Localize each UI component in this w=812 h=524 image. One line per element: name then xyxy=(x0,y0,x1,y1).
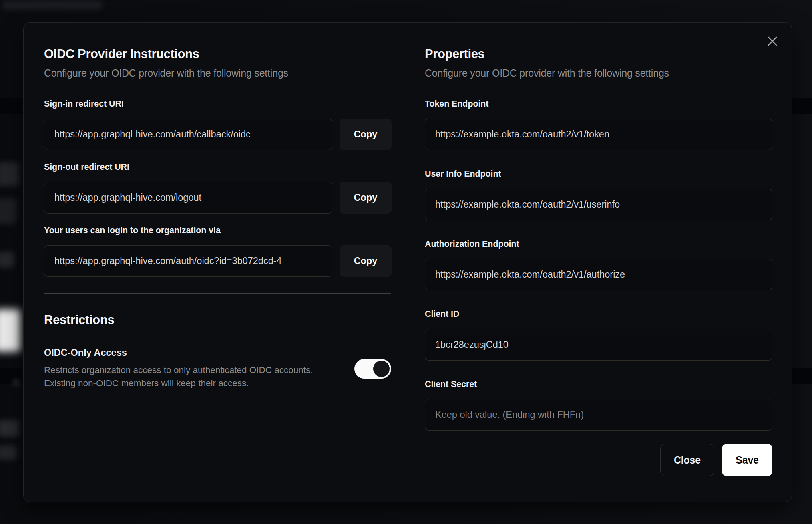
properties-title: Properties xyxy=(425,47,772,61)
save-button[interactable]: Save xyxy=(722,444,772,476)
sign-in-redirect-uri-label: Sign-in redirect URI xyxy=(44,99,391,109)
authorization-endpoint-input[interactable] xyxy=(425,259,772,290)
client-id-field: Client ID xyxy=(425,309,772,361)
oidc-only-access-description: Restricts organization access to only au… xyxy=(44,363,313,390)
token-endpoint-label: Token Endpoint xyxy=(425,99,772,109)
token-endpoint-field: Token Endpoint xyxy=(425,99,772,150)
instructions-column: OIDC Provider Instructions Configure you… xyxy=(24,23,408,502)
background-blur-blob xyxy=(14,380,19,385)
client-secret-input[interactable] xyxy=(425,399,772,431)
authorization-endpoint-field: Authorization Endpoint xyxy=(425,239,772,290)
token-endpoint-input[interactable] xyxy=(425,119,772,150)
sign-out-redirect-uri-label: Sign-out redirect URI xyxy=(44,162,391,172)
organization-login-uri-label: Your users can login to the organization… xyxy=(44,226,391,236)
properties-subtitle: Configure your OIDC provider with the fo… xyxy=(425,67,772,79)
sign-out-redirect-uri-row: Copy xyxy=(44,182,391,214)
client-secret-field: Client Secret xyxy=(425,379,772,431)
user-info-endpoint-input[interactable] xyxy=(425,189,772,220)
instructions-subtitle: Configure your OIDC provider with the fo… xyxy=(44,67,391,79)
user-info-endpoint-label: User Info Endpoint xyxy=(425,169,772,179)
properties-column: Properties Configure your OIDC provider … xyxy=(408,23,792,502)
oidc-only-access-label: OIDC-Only Access xyxy=(44,347,313,358)
user-info-endpoint-field: User Info Endpoint xyxy=(425,169,772,220)
oidc-only-access-row: OIDC-Only Access Restricts organization … xyxy=(44,347,391,390)
background-blur-blob xyxy=(0,420,19,437)
background-blur-blob xyxy=(0,162,19,186)
authorization-endpoint-label: Authorization Endpoint xyxy=(425,239,772,249)
oidc-settings-modal: OIDC Provider Instructions Configure you… xyxy=(23,22,792,502)
instructions-title: OIDC Provider Instructions xyxy=(44,47,391,61)
client-id-label: Client ID xyxy=(425,309,772,319)
section-divider xyxy=(44,293,391,294)
close-icon[interactable] xyxy=(764,33,780,49)
x-icon xyxy=(767,36,778,46)
client-secret-label: Client Secret xyxy=(425,379,772,389)
organization-login-uri-row: Copy xyxy=(44,245,391,277)
copy-sign-out-uri-button[interactable]: Copy xyxy=(340,182,392,214)
oidc-only-access-text: OIDC-Only Access Restricts organization … xyxy=(44,347,313,390)
close-button[interactable]: Close xyxy=(660,444,714,476)
background-blur-blob xyxy=(2,1,103,10)
background-blur-blob xyxy=(0,445,17,460)
oidc-only-access-toggle[interactable] xyxy=(354,359,391,379)
background-blur-blob xyxy=(0,252,14,268)
modal-actions: Close Save xyxy=(425,444,772,476)
copy-login-uri-button[interactable]: Copy xyxy=(340,245,392,277)
sign-in-redirect-uri-row: Copy xyxy=(44,119,391,150)
client-id-input[interactable] xyxy=(425,329,772,361)
copy-sign-in-uri-button[interactable]: Copy xyxy=(340,119,392,150)
toggle-thumb xyxy=(373,361,390,377)
restrictions-title: Restrictions xyxy=(44,313,391,327)
sign-in-redirect-uri-input[interactable] xyxy=(44,119,332,150)
background-blur-blob xyxy=(0,198,17,224)
background-blur-blob xyxy=(0,309,21,352)
sign-out-redirect-uri-input[interactable] xyxy=(44,182,332,214)
organization-login-uri-input[interactable] xyxy=(44,245,332,277)
